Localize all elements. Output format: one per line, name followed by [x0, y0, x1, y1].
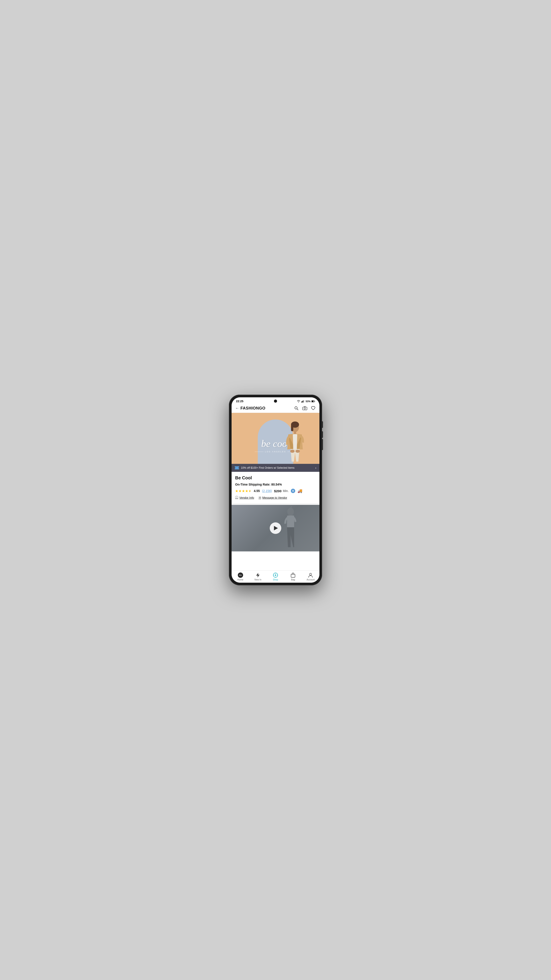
shop-icon	[273, 573, 278, 578]
brand-title: FASHIONGO	[240, 406, 266, 410]
shipping-rate: On-Time Shipping Rate: 80.54%	[235, 483, 316, 486]
promo-bar[interactable]: 10% off $100+ First Orders w/ Selected i…	[232, 464, 319, 472]
min-order: $200 Min.	[274, 489, 289, 493]
star-2: ★	[239, 489, 242, 493]
separator	[232, 503, 319, 505]
min-amount: $200	[274, 489, 282, 493]
nav-item-bag[interactable]: Bag	[284, 571, 302, 582]
phone-screen: 22:25 53%	[232, 397, 319, 583]
svg-line-18	[291, 506, 292, 508]
video-thumbnail[interactable]	[232, 505, 319, 551]
star-5: ★★	[248, 489, 252, 493]
nav-right	[294, 406, 316, 411]
vendor-info-link[interactable]: ⓘ Vendor Info	[235, 496, 254, 500]
scroll-content[interactable]: be cool LOS ANGELES	[232, 413, 319, 571]
hero-banner: be cool LOS ANGELES	[232, 413, 319, 464]
rating-count[interactable]: (2,156)	[262, 489, 272, 493]
promo-ticket-icon	[235, 466, 239, 469]
nav-left: ← FASHIONGO	[235, 406, 266, 410]
vendor-info-label: Vendor Info	[239, 496, 254, 499]
svg-rect-9	[303, 407, 307, 410]
battery-percent: 53%	[306, 400, 311, 402]
message-vendor-link[interactable]: ✉ Message to Vendor	[259, 496, 287, 499]
svg-rect-26	[291, 574, 295, 578]
wifi-icon	[297, 400, 300, 402]
svg-rect-6	[312, 401, 314, 402]
svg-rect-0	[301, 401, 302, 402]
hero-model-image	[271, 415, 319, 464]
account-icon	[308, 573, 313, 578]
front-camera	[274, 399, 277, 402]
star-3: ★	[242, 489, 245, 493]
message-vendor-label: Message to Vendor	[263, 496, 287, 499]
home-icon: FG	[238, 573, 243, 578]
rating-row: ★ ★ ★ ★ ★★ 4.55 (2,156) $200 Min. R	[235, 488, 316, 493]
svg-point-21	[275, 574, 276, 576]
home-label: Home	[237, 579, 243, 581]
new-in-label: New In	[255, 579, 261, 581]
signal-icon	[301, 400, 305, 402]
star-4: ★	[245, 489, 248, 493]
volume-down-button	[322, 431, 323, 438]
rating-score: 4.55	[254, 489, 260, 493]
power-button	[322, 439, 323, 450]
search-button[interactable]	[294, 406, 299, 411]
fg-home-avatar: FG	[238, 573, 243, 578]
play-triangle-icon	[274, 526, 278, 530]
min-label: Min.	[283, 489, 288, 493]
svg-point-27	[310, 573, 312, 575]
back-button[interactable]: ←	[235, 406, 239, 410]
vendor-actions: ⓘ Vendor Info ✉ Message to Vendor	[235, 496, 316, 500]
promo-text: 10% off $100+ First Orders w/ Selected i…	[241, 466, 295, 469]
battery-icon	[311, 400, 315, 402]
video-model-figure	[279, 506, 302, 551]
message-icon: ✉	[259, 496, 261, 499]
nav-item-shop[interactable]: Shop	[267, 571, 284, 582]
star-1: ★	[235, 489, 238, 493]
star-rating: ★ ★ ★ ★ ★★	[235, 489, 252, 493]
bag-label: Bag	[291, 579, 295, 581]
promo-left: 10% off $100+ First Orders w/ Selected i…	[235, 466, 295, 469]
svg-point-17	[287, 508, 294, 516]
svg-line-8	[297, 409, 298, 410]
svg-rect-3	[304, 400, 304, 402]
shipping-value: 80.54%	[271, 483, 282, 486]
nav-item-new-in[interactable]: New In	[249, 571, 267, 582]
svg-rect-5	[315, 401, 315, 402]
svg-rect-1	[302, 401, 303, 402]
svg-point-16	[295, 450, 300, 453]
bottom-navigation: FG Home New In	[232, 571, 319, 583]
top-navigation: ← FASHIONGO	[232, 404, 319, 413]
vendor-section: Be Cool On-Time Shipping Rate: 80.54% ★ …	[232, 472, 319, 503]
svg-point-15	[290, 450, 295, 453]
bag-icon	[290, 573, 296, 578]
svg-rect-13	[291, 425, 293, 431]
svg-point-10	[304, 408, 306, 409]
svg-rect-19	[287, 515, 294, 528]
vendor-name: Be Cool	[235, 476, 316, 480]
promo-chevron-icon: ›	[315, 466, 316, 469]
play-button[interactable]	[270, 522, 281, 534]
retailer-badge: R	[291, 489, 295, 493]
camera-button[interactable]	[302, 406, 307, 411]
lightning-icon	[255, 573, 261, 578]
svg-point-7	[295, 407, 297, 409]
info-icon: ⓘ	[235, 496, 238, 500]
nav-item-account[interactable]: Account	[302, 571, 319, 582]
wishlist-button[interactable]	[311, 406, 316, 411]
status-bar: 22:25 53%	[232, 397, 319, 404]
shop-label: Shop	[273, 579, 278, 581]
video-section	[232, 505, 319, 551]
phone-frame: 22:25 53%	[229, 395, 322, 585]
shipping-label: On-Time Shipping Rate:	[235, 483, 271, 486]
volume-up-button	[322, 421, 323, 428]
status-icons: 53%	[297, 400, 315, 402]
status-time: 22:25	[236, 399, 243, 403]
delivery-icon: 🚚	[298, 488, 303, 493]
svg-rect-2	[303, 401, 303, 402]
account-label: Account	[307, 579, 315, 581]
nav-item-home[interactable]: FG Home	[232, 571, 249, 582]
